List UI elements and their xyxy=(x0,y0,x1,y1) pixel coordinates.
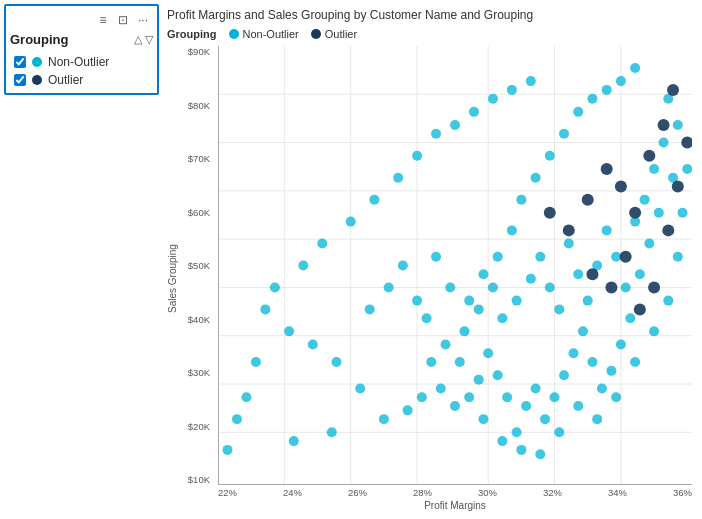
y-tick-20k: $20K xyxy=(180,421,214,432)
svg-point-99 xyxy=(663,296,673,306)
legend-dot-non-outlier xyxy=(229,29,239,39)
svg-point-68 xyxy=(270,282,280,292)
svg-point-103 xyxy=(673,120,683,130)
svg-point-101 xyxy=(678,208,688,218)
svg-point-115 xyxy=(559,129,569,139)
svg-point-76 xyxy=(450,120,460,130)
svg-point-106 xyxy=(241,392,251,402)
svg-point-77 xyxy=(469,107,479,117)
non-outlier-label: Non-Outlier xyxy=(48,55,109,69)
svg-point-16 xyxy=(459,326,469,336)
svg-point-47 xyxy=(559,370,569,380)
down-icon[interactable]: ▽ xyxy=(145,33,153,46)
svg-point-65 xyxy=(308,340,318,350)
svg-point-59 xyxy=(436,383,446,393)
x-tick-32: 32% xyxy=(543,487,562,498)
svg-point-87 xyxy=(445,282,455,292)
non-outlier-dot xyxy=(32,57,42,67)
y-axis-label: Sales Grouping xyxy=(167,46,178,511)
svg-point-78 xyxy=(488,94,498,104)
svg-point-133 xyxy=(586,268,598,280)
svg-point-102 xyxy=(682,164,692,174)
up-icon[interactable]: △ xyxy=(134,33,142,46)
svg-point-113 xyxy=(531,173,541,183)
svg-point-45 xyxy=(578,326,588,336)
svg-point-86 xyxy=(431,252,441,262)
svg-point-140 xyxy=(681,137,692,149)
non-outlier-checkbox[interactable] xyxy=(14,56,26,68)
svg-point-70 xyxy=(317,239,327,249)
svg-point-21 xyxy=(526,274,536,284)
svg-point-117 xyxy=(587,94,597,104)
svg-point-62 xyxy=(379,414,389,424)
svg-point-84 xyxy=(412,296,422,306)
legend-grouping-label: Grouping xyxy=(167,28,217,40)
svg-point-80 xyxy=(526,76,536,86)
chart-inner: $10K $20K $30K $40K $50K $60K $70K $80K … xyxy=(180,46,692,511)
svg-point-57 xyxy=(464,392,474,402)
grid-icon[interactable]: ⊡ xyxy=(115,12,131,28)
svg-point-33 xyxy=(640,195,650,205)
svg-point-46 xyxy=(569,348,579,358)
svg-point-50 xyxy=(531,383,541,393)
svg-point-60 xyxy=(417,392,427,402)
svg-point-110 xyxy=(493,252,503,262)
svg-point-49 xyxy=(540,414,550,424)
svg-point-29 xyxy=(602,225,612,235)
svg-point-79 xyxy=(507,85,517,95)
sidebar-title: Grouping xyxy=(10,32,130,47)
svg-point-81 xyxy=(365,304,375,314)
svg-point-136 xyxy=(634,303,646,315)
sidebar-item-outlier[interactable]: Outlier xyxy=(10,71,153,89)
svg-point-138 xyxy=(662,224,674,236)
svg-point-83 xyxy=(398,261,408,271)
svg-point-18 xyxy=(488,282,498,292)
svg-point-39 xyxy=(635,269,645,279)
svg-point-19 xyxy=(497,313,507,323)
plot-area xyxy=(218,46,692,485)
y-tick-70k: $70K xyxy=(180,153,214,164)
svg-point-89 xyxy=(478,414,488,424)
chart-area: Sales Grouping $10K $20K $30K $40K $50K … xyxy=(167,46,692,511)
sidebar-item-non-outlier[interactable]: Non-Outlier xyxy=(10,53,153,71)
svg-point-26 xyxy=(573,269,583,279)
svg-point-135 xyxy=(620,251,632,263)
sidebar-header-icons: △ ▽ xyxy=(134,33,153,46)
more-icon[interactable]: ··· xyxy=(135,12,151,28)
svg-point-42 xyxy=(606,366,616,376)
y-tick-50k: $50K xyxy=(180,260,214,271)
hamburger-icon[interactable]: ≡ xyxy=(95,12,111,28)
scatter-svg xyxy=(218,46,692,485)
y-tick-30k: $30K xyxy=(180,367,214,378)
svg-point-122 xyxy=(289,436,299,446)
svg-point-38 xyxy=(644,239,654,249)
svg-point-66 xyxy=(284,326,294,336)
svg-point-124 xyxy=(629,207,641,219)
svg-point-54 xyxy=(493,370,503,380)
chart-legend: Grouping Non-Outlier Outlier xyxy=(167,28,692,40)
x-tick-28: 28% xyxy=(413,487,432,498)
svg-point-126 xyxy=(658,119,670,131)
svg-point-137 xyxy=(648,281,660,293)
svg-point-25 xyxy=(564,239,574,249)
svg-point-52 xyxy=(512,427,522,437)
svg-point-98 xyxy=(649,326,659,336)
svg-point-41 xyxy=(616,340,626,350)
svg-point-108 xyxy=(464,296,474,306)
svg-point-61 xyxy=(403,405,413,415)
svg-point-74 xyxy=(412,151,422,161)
svg-point-17 xyxy=(474,304,484,314)
x-tick-34: 34% xyxy=(608,487,627,498)
svg-point-123 xyxy=(327,427,337,437)
svg-point-91 xyxy=(516,445,526,455)
x-tick-30: 30% xyxy=(478,487,497,498)
sidebar-panel: ≡ ⊡ ··· Grouping △ ▽ Non-Outlier Outlier xyxy=(4,4,159,95)
outlier-checkbox[interactable] xyxy=(14,74,26,86)
svg-point-100 xyxy=(673,252,683,262)
svg-point-37 xyxy=(654,208,664,218)
svg-point-121 xyxy=(222,445,232,455)
svg-point-63 xyxy=(355,383,365,393)
svg-point-56 xyxy=(474,375,484,385)
x-tick-26: 26% xyxy=(348,487,367,498)
chart-title: Profit Margins and Sales Grouping by Cus… xyxy=(167,8,692,22)
